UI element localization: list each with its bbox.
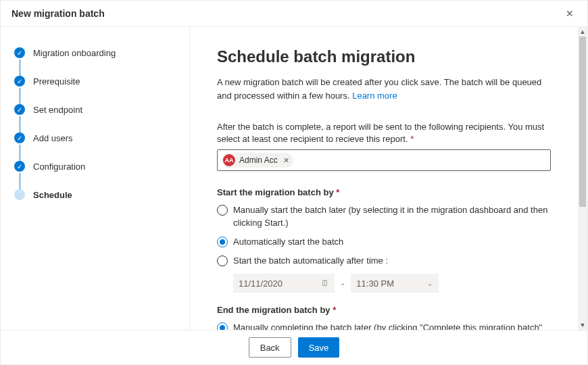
start-date-input[interactable]: 11/11/2020 🗓 <box>233 274 335 293</box>
radio-label: Manually start the batch later (by selec… <box>233 204 551 228</box>
step-migration-onboarding[interactable]: ✓ Migration onboarding <box>14 47 178 58</box>
learn-more-link[interactable]: Learn more <box>352 91 397 101</box>
panel-footer: Back Save <box>1 330 587 364</box>
back-button[interactable]: Back <box>249 337 291 358</box>
step-label: Set endpoint <box>33 105 82 115</box>
start-time-value: 11:30 PM <box>356 278 394 289</box>
step-label: Prerequisite <box>33 76 80 87</box>
panel-header: New migration batch ✕ <box>1 1 587 27</box>
scroll-track[interactable] <box>578 36 587 320</box>
recipients-input[interactable]: AA Admin Acc ✕ <box>217 149 551 171</box>
end-group-label: End the migration batch by * <box>217 305 551 315</box>
chevron-down-icon: ⌄ <box>426 278 433 288</box>
main-content: Schedule batch migration A new migration… <box>190 27 578 330</box>
calendar-icon: 🗓 <box>321 278 329 288</box>
page-title: Schedule batch migration <box>217 47 551 66</box>
step-set-endpoint[interactable]: ✓ Set endpoint <box>14 104 178 115</box>
check-icon: ✓ <box>14 132 25 143</box>
step-label: Add users <box>33 133 73 143</box>
step-schedule[interactable]: Schedule <box>14 189 178 200</box>
radio-icon <box>217 322 228 330</box>
dash: - <box>341 278 344 289</box>
close-icon[interactable]: ✕ <box>563 6 577 21</box>
step-label: Configuration <box>33 162 85 172</box>
start-datetime-row: 11/11/2020 🗓 - 11:30 PM ⌄ <box>233 274 551 293</box>
start-option-manual[interactable]: Manually start the batch later (by selec… <box>217 204 551 228</box>
scrollbar[interactable]: ▲ ▼ <box>578 27 587 330</box>
required-mark: * <box>410 134 414 144</box>
scroll-up-icon[interactable]: ▲ <box>580 27 586 36</box>
start-date-value: 11/11/2020 <box>239 278 283 289</box>
check-icon: ✓ <box>14 161 25 172</box>
radio-icon <box>217 237 228 247</box>
start-time-input[interactable]: 11:30 PM ⌄ <box>351 274 439 293</box>
migration-panel: New migration batch ✕ ✓ Migration onboar… <box>0 0 588 365</box>
end-option-manual[interactable]: Manually completing the batch later (by … <box>217 322 551 330</box>
current-step-icon <box>14 189 25 200</box>
wizard-steps: ✓ Migration onboarding ✓ Prerequisite ✓ … <box>1 27 190 330</box>
required-mark: * <box>333 305 336 315</box>
scroll-down-icon[interactable]: ▼ <box>580 320 586 330</box>
scroll-thumb[interactable] <box>579 36 586 207</box>
end-group-text: End the migration batch by <box>217 305 330 315</box>
radio-label: Start the batch automatically after time… <box>233 255 388 267</box>
panel-title: New migration batch <box>11 8 105 19</box>
recipient-chip[interactable]: AA Admin Acc ✕ <box>222 153 293 168</box>
avatar: AA <box>223 154 235 166</box>
step-configuration[interactable]: ✓ Configuration <box>14 161 178 172</box>
start-option-auto[interactable]: Automatically start the batch <box>217 236 551 248</box>
step-label: Migration onboarding <box>33 48 116 58</box>
radio-label: Manually completing the batch later (by … <box>233 322 551 330</box>
check-icon: ✓ <box>14 104 25 115</box>
radio-icon <box>217 256 228 266</box>
check-icon: ✓ <box>14 47 25 58</box>
check-icon: ✓ <box>14 76 25 87</box>
step-add-users[interactable]: ✓ Add users <box>14 132 178 143</box>
body-wrap: ✓ Migration onboarding ✓ Prerequisite ✓ … <box>1 27 587 330</box>
panel-body: ✓ Migration onboarding ✓ Prerequisite ✓ … <box>1 27 578 330</box>
radio-label: Automatically start the batch <box>233 236 343 248</box>
step-label: Schedule <box>33 190 72 200</box>
chip-name: Admin Acc <box>239 155 278 165</box>
radio-icon <box>217 205 228 216</box>
save-button[interactable]: Save <box>298 337 340 358</box>
recipients-label: After the batch is complete, a report wi… <box>217 121 551 145</box>
step-prerequisite[interactable]: ✓ Prerequisite <box>14 76 178 87</box>
remove-chip-icon[interactable]: ✕ <box>283 156 289 165</box>
page-description: A new migration batch will be created af… <box>217 76 551 102</box>
required-mark: * <box>336 187 339 197</box>
start-group-text: Start the migration batch by <box>217 187 334 197</box>
start-group-label: Start the migration batch by * <box>217 187 551 197</box>
start-option-scheduled[interactable]: Start the batch automatically after time… <box>217 255 551 267</box>
recipients-text: After the batch is complete, a report wi… <box>217 122 544 144</box>
